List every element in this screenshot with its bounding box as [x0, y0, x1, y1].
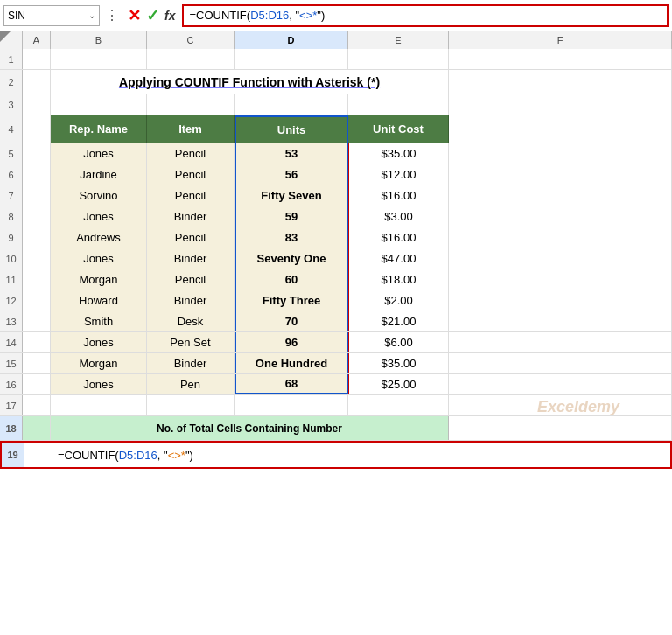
- formula-input[interactable]: =COUNTIF(D5:D16, "<>*"): [182, 4, 668, 27]
- cell-d10[interactable]: Seventy One: [234, 248, 348, 269]
- cell-a9[interactable]: [23, 227, 51, 248]
- cell-d16[interactable]: 68: [234, 374, 348, 394]
- cell-d13[interactable]: 70: [234, 311, 348, 331]
- cell-b12[interactable]: Howard: [51, 290, 147, 311]
- cell-c17[interactable]: [147, 395, 234, 415]
- cell-e4-header[interactable]: Unit Cost: [348, 115, 449, 143]
- cell-b16[interactable]: Jones: [51, 374, 147, 394]
- cell-a12[interactable]: [23, 290, 51, 311]
- cell-f14[interactable]: [449, 332, 672, 352]
- cell-f13[interactable]: [449, 311, 672, 331]
- cell-c3[interactable]: [147, 94, 234, 115]
- cell-a7[interactable]: [23, 185, 51, 206]
- cell-a6[interactable]: [23, 164, 51, 185]
- confirm-icon[interactable]: ✓: [146, 6, 159, 25]
- cell-b3[interactable]: [51, 94, 147, 115]
- cell-e5[interactable]: $35.00: [348, 143, 449, 164]
- cell-a19[interactable]: [24, 443, 52, 467]
- cell-e14[interactable]: $6.00: [348, 332, 449, 352]
- cell-c5[interactable]: Pencil: [147, 143, 234, 164]
- cell-a16[interactable]: [23, 374, 51, 394]
- cell-c4-header[interactable]: Item: [147, 115, 234, 143]
- cell-a4[interactable]: [23, 115, 51, 143]
- cell-e12[interactable]: $2.00: [348, 290, 449, 311]
- cell-f4[interactable]: [449, 115, 672, 143]
- cell-e8[interactable]: $3.00: [348, 206, 449, 227]
- cell-f2[interactable]: [449, 70, 672, 94]
- cell-e13[interactable]: $21.00: [348, 311, 449, 331]
- cell-c11[interactable]: Pencil: [147, 269, 234, 290]
- col-header-f[interactable]: F: [449, 31, 672, 49]
- cell-b14[interactable]: Jones: [51, 332, 147, 352]
- cell-a8[interactable]: [23, 206, 51, 227]
- cell-a15[interactable]: [23, 353, 51, 373]
- cell-c16[interactable]: Pen: [147, 374, 234, 394]
- cell-b7[interactable]: Sorvino: [51, 185, 147, 206]
- cell-c15[interactable]: Binder: [147, 353, 234, 373]
- col-header-d[interactable]: D: [234, 31, 348, 49]
- cell-b6[interactable]: Jardine: [51, 164, 147, 185]
- cell-b10[interactable]: Jones: [51, 248, 147, 269]
- cell-b13[interactable]: Smith: [51, 311, 147, 331]
- cell-c9[interactable]: Pencil: [147, 227, 234, 248]
- cell-d12[interactable]: Fifty Three: [234, 290, 348, 311]
- cell-a18[interactable]: [23, 416, 51, 440]
- cell-d3[interactable]: [234, 94, 348, 115]
- cell-f6[interactable]: [449, 164, 672, 185]
- cell-e3[interactable]: [348, 94, 449, 115]
- cell-f8[interactable]: [449, 206, 672, 227]
- col-header-b[interactable]: B: [51, 31, 147, 49]
- cell-b11[interactable]: Morgan: [51, 269, 147, 290]
- cell-a10[interactable]: [23, 248, 51, 269]
- name-box-dropdown-icon[interactable]: ⌄: [88, 10, 95, 20]
- cell-f10[interactable]: [449, 248, 672, 269]
- cell-e17[interactable]: [348, 395, 449, 415]
- cell-a1[interactable]: [23, 49, 51, 69]
- cell-b15[interactable]: Morgan: [51, 353, 147, 373]
- cell-f12[interactable]: [449, 290, 672, 311]
- cell-e10[interactable]: $47.00: [348, 248, 449, 269]
- cell-d1[interactable]: [234, 49, 348, 69]
- cell-f3[interactable]: [449, 94, 672, 115]
- cell-b1[interactable]: [51, 49, 147, 69]
- cell-c8[interactable]: Binder: [147, 206, 234, 227]
- cell-b18-summary[interactable]: No. of Total Cells Containing Number: [51, 416, 449, 440]
- cell-b5[interactable]: Jones: [51, 143, 147, 164]
- cell-d4-header[interactable]: Units: [234, 115, 348, 143]
- cell-a5[interactable]: [23, 143, 51, 164]
- cell-d7[interactable]: Fifty Seven: [234, 185, 348, 206]
- cell-d5[interactable]: 53: [234, 143, 348, 164]
- cell-b8[interactable]: Jones: [51, 206, 147, 227]
- cell-f11[interactable]: [449, 269, 672, 290]
- name-box[interactable]: SIN ⌄: [4, 5, 100, 26]
- cell-d9[interactable]: 83: [234, 227, 348, 248]
- cell-c1[interactable]: [147, 49, 234, 69]
- cell-a11[interactable]: [23, 269, 51, 290]
- cell-d6[interactable]: 56: [234, 164, 348, 185]
- cell-c13[interactable]: Desk: [147, 311, 234, 331]
- cell-d11[interactable]: 60: [234, 269, 348, 290]
- cell-e16[interactable]: $25.00: [348, 374, 449, 394]
- cell-b17[interactable]: [51, 395, 147, 415]
- cell-a17[interactable]: [23, 395, 51, 415]
- cell-formula-display[interactable]: =COUNTIF(D5:D16, "<>*"): [52, 443, 516, 467]
- col-header-e[interactable]: E: [348, 31, 449, 49]
- cell-c10[interactable]: Binder: [147, 248, 234, 269]
- cell-e11[interactable]: $18.00: [348, 269, 449, 290]
- cell-c6[interactable]: Pencil: [147, 164, 234, 185]
- cell-f16[interactable]: [449, 374, 672, 394]
- cell-e9[interactable]: $16.00: [348, 227, 449, 248]
- cell-f18[interactable]: [449, 416, 672, 440]
- cell-a14[interactable]: [23, 332, 51, 352]
- cell-c12[interactable]: Binder: [147, 290, 234, 311]
- cell-f5[interactable]: [449, 143, 672, 164]
- cell-d8[interactable]: 59: [234, 206, 348, 227]
- insert-function-icon[interactable]: fx: [164, 9, 175, 23]
- cell-e1[interactable]: [348, 49, 449, 69]
- cancel-icon[interactable]: ✕: [128, 6, 141, 25]
- cell-a2[interactable]: [23, 70, 51, 94]
- cell-c14[interactable]: Pen Set: [147, 332, 234, 352]
- cell-e15[interactable]: $35.00: [348, 353, 449, 373]
- cell-f17[interactable]: [449, 395, 672, 415]
- col-header-c[interactable]: C: [147, 31, 234, 49]
